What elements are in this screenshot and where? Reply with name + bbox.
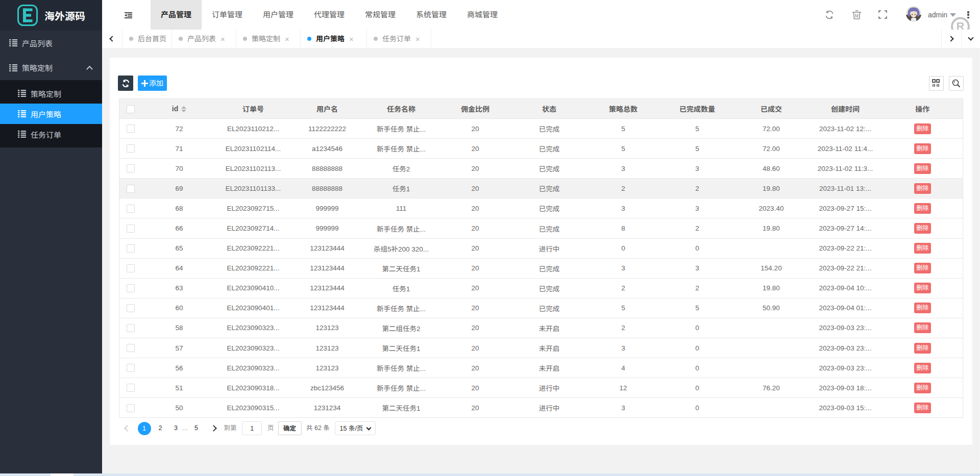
svg-text:R: R	[957, 20, 965, 30]
